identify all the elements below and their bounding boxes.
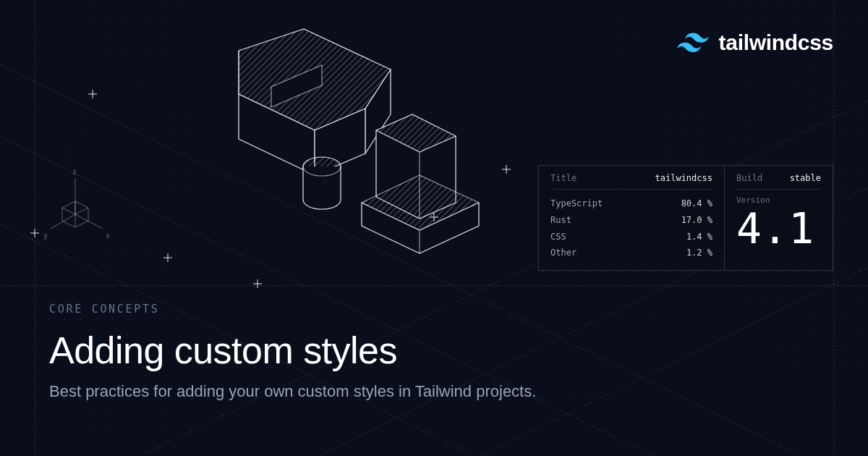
language-row: CSS1.4 %	[550, 229, 712, 245]
cross-marker	[502, 165, 511, 174]
panel-build-label: Build	[736, 173, 762, 183]
axis-label-y: y	[43, 232, 48, 240]
cross-marker	[430, 213, 438, 221]
axis-label-x: x	[106, 232, 110, 240]
divider-vertical-right	[833, 0, 834, 456]
version-sculpture	[152, 22, 485, 261]
svg-point-1	[303, 157, 341, 176]
language-pct: 1.2 %	[686, 245, 712, 261]
iso-guide	[0, 101, 838, 456]
page-subtitle: Best practices for adding your own custo…	[49, 382, 833, 401]
page: tailwindcss	[0, 0, 868, 456]
page-content: CORE CONCEPTS Adding custom styles Best …	[49, 303, 833, 401]
cross-marker	[253, 279, 262, 288]
language-name: CSS	[550, 229, 566, 245]
cross-marker	[163, 253, 172, 262]
language-name: Rust	[550, 212, 571, 229]
language-row: Other1.2 %	[550, 245, 712, 261]
language-row: TypeScript80.4 %	[550, 195, 712, 212]
cross-marker	[88, 90, 97, 98]
panel-build: Build stable Version 4.1	[724, 166, 833, 270]
language-name: TypeScript	[550, 195, 603, 212]
language-row: Rust17.0 %	[550, 212, 712, 229]
axis-label-z: z	[72, 168, 77, 176]
eyebrow: CORE CONCEPTS	[49, 303, 833, 316]
svg-point-2	[303, 157, 341, 176]
page-title: Adding custom styles	[49, 329, 833, 372]
tailwind-logo-icon	[677, 33, 709, 53]
panel-languages: Title tailwindcss TypeScript80.4 %Rust17…	[539, 166, 724, 270]
axes-widget: z y x	[46, 172, 111, 245]
divider-horizontal	[0, 285, 868, 286]
divider-vertical-left	[35, 0, 35, 456]
metadata-panel: Title tailwindcss TypeScript80.4 %Rust17…	[538, 165, 833, 271]
language-name: Other	[550, 245, 576, 261]
language-pct: 80.4 %	[681, 195, 712, 212]
language-pct: 1.4 %	[686, 229, 712, 245]
brand-logo-text: tailwindcss	[719, 30, 833, 55]
panel-build-value: stable	[790, 173, 821, 183]
panel-version-value: 4.1	[736, 206, 821, 250]
cross-marker	[30, 229, 39, 237]
brand-logo: tailwindcss	[677, 30, 833, 55]
panel-title-value: tailwindcss	[655, 173, 712, 183]
language-pct: 17.0 %	[681, 212, 712, 229]
panel-title-label: Title	[550, 173, 576, 183]
